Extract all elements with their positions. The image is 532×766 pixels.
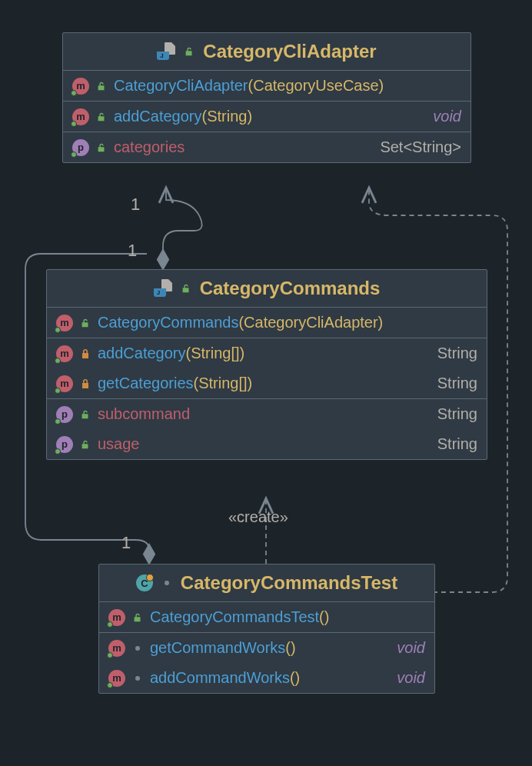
unlock-icon <box>183 45 195 58</box>
member-signature: addCategory(String[]) <box>98 345 244 362</box>
unlock-icon <box>79 317 91 329</box>
class-header: J CategoryCommands <box>47 270 487 308</box>
class-title: CategoryCommands <box>200 278 381 299</box>
property-icon: p <box>56 406 73 423</box>
member-signature: CategoryCommandsTest() <box>150 608 329 626</box>
svg-point-2 <box>135 676 140 681</box>
unlock-icon <box>180 282 192 295</box>
class-category-cli-adapter: J CategoryCliAdapter m CategoryCliAdapte… <box>62 32 471 163</box>
member-signature: usage <box>98 435 140 453</box>
return-type: String <box>437 345 477 362</box>
return-type: Set<String> <box>380 138 461 156</box>
method-icon: m <box>108 609 125 626</box>
member-row: m addCategory(String[]) String <box>47 338 487 368</box>
multiplicity-1: 1 <box>128 241 137 261</box>
stereotype-create: «create» <box>228 508 288 526</box>
return-type: void <box>397 639 425 657</box>
member-signature: categories <box>114 138 185 156</box>
multiplicity-1: 1 <box>121 533 131 553</box>
member-row: p subcommand String <box>47 398 487 429</box>
member-signature: subcommand <box>98 405 190 423</box>
return-type: String <box>437 405 477 423</box>
property-icon: p <box>56 436 73 453</box>
class-body: m CategoryCommandsTest() m getCommandWor… <box>99 602 434 693</box>
class-category-commands: J CategoryCommands m CategoryCommands(Ca… <box>46 269 487 460</box>
svg-point-1 <box>135 646 140 651</box>
java-class-icon: J <box>157 44 175 59</box>
method-icon: m <box>108 640 125 657</box>
lock-icon <box>79 378 91 390</box>
member-row: m addCommandWorks() void <box>99 663 434 693</box>
class-body: m CategoryCommands(CategoryCliAdapter) m… <box>47 308 487 459</box>
member-signature: getCategories(String[]) <box>98 375 252 392</box>
member-row: m addCategory(String) void <box>63 101 470 132</box>
unlock-icon <box>131 611 144 624</box>
return-type: void <box>397 669 425 687</box>
unlock-icon <box>95 111 108 123</box>
method-icon: m <box>72 78 89 95</box>
member-signature: CategoryCliAdapter(CategoryUseCase) <box>114 77 384 95</box>
method-icon: m <box>56 345 73 362</box>
property-icon: p <box>72 139 89 156</box>
member-signature: CategoryCommands(CategoryCliAdapter) <box>98 314 383 331</box>
member-row: m CategoryCliAdapter(CategoryUseCase) <box>63 71 470 101</box>
svg-point-0 <box>165 581 169 585</box>
method-icon: m <box>56 315 73 331</box>
return-type: String <box>437 435 477 453</box>
method-icon: m <box>72 108 89 125</box>
class-title: CategoryCliAdapter <box>203 41 376 62</box>
class-category-commands-test: C CategoryCommandsTest m CategoryCommand… <box>98 564 435 694</box>
class-header: J CategoryCliAdapter <box>63 33 470 71</box>
return-type: void <box>433 108 461 125</box>
member-row: m getCommandWorks() void <box>99 632 434 663</box>
class-header: C CategoryCommandsTest <box>99 565 434 602</box>
member-signature: getCommandWorks() <box>150 639 296 657</box>
edge-commands-to-adapter <box>163 188 202 269</box>
unlock-icon <box>95 80 108 92</box>
method-icon: m <box>108 670 125 687</box>
class-body: m CategoryCliAdapter(CategoryUseCase) m … <box>63 71 470 162</box>
member-row: p usage String <box>47 429 487 459</box>
package-private-icon <box>131 672 144 684</box>
java-class-icon: J <box>154 281 172 296</box>
method-icon: m <box>56 375 73 392</box>
test-class-icon: C <box>136 574 153 591</box>
return-type: String <box>437 375 477 392</box>
member-signature: addCategory(String) <box>114 108 252 125</box>
member-row: p categories Set<String> <box>63 132 470 162</box>
lock-icon <box>79 348 91 360</box>
unlock-icon <box>79 408 91 421</box>
member-row: m getCategories(String[]) String <box>47 368 487 398</box>
member-row: m CategoryCommands(CategoryCliAdapter) <box>47 308 487 338</box>
class-title: CategoryCommandsTest <box>181 572 397 594</box>
multiplicity-1: 1 <box>131 195 140 215</box>
package-private-icon <box>161 577 173 589</box>
unlock-icon <box>95 142 108 154</box>
package-private-icon <box>131 642 144 654</box>
unlock-icon <box>79 438 91 451</box>
member-signature: addCommandWorks() <box>150 669 300 687</box>
member-row: m CategoryCommandsTest() <box>99 602 434 632</box>
